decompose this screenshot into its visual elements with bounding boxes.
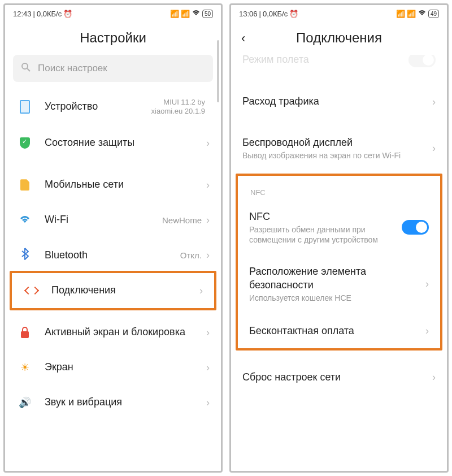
chevron-right-icon: › xyxy=(206,362,210,374)
chevron-right-icon: › xyxy=(432,142,436,154)
settings-item-wifi[interactable]: Wi-Fi NewHome › xyxy=(5,202,221,237)
chevron-right-icon: › xyxy=(206,214,210,226)
nfc-section: NFC NFC Разрешить обмен данными при совм… xyxy=(236,174,442,351)
settings-item-lockscreen[interactable]: Активный экран и блокировка › xyxy=(5,315,221,350)
connections-screen: 13:06 | 0,0КБ/с ⏰ 📶 📶 49 ‹ Подключения Р… xyxy=(229,3,449,473)
clock: 13:06 xyxy=(239,10,258,18)
battery-icon: 49 xyxy=(428,10,439,18)
settings-screen: 12:43 | 0,0КБ/с ⏰ 📶 📶 50 Настройки Поиск… xyxy=(3,3,223,473)
settings-item-contactless-pay[interactable]: Бесконтактная оплата › xyxy=(238,313,440,348)
page-title: ‹ Подключения xyxy=(231,22,447,55)
back-button[interactable]: ‹ xyxy=(241,31,245,46)
data-rate: 0,0КБ/с xyxy=(263,10,288,18)
chevron-right-icon: › xyxy=(206,249,210,261)
toggle-switch[interactable] xyxy=(408,55,436,67)
chevron-right-icon: › xyxy=(206,137,210,149)
status-bar: 12:43 | 0,0КБ/с ⏰ 📶 📶 50 xyxy=(5,5,221,22)
data-rate: 0,0КБ/с xyxy=(37,10,62,18)
settings-item-nfc[interactable]: NFC Разрешить обмен данными при совмещен… xyxy=(238,200,440,256)
shield-icon xyxy=(20,137,30,149)
chevron-right-icon: › xyxy=(199,285,203,297)
wifi-icon xyxy=(192,10,201,18)
settings-item-connections[interactable]: Подключения › xyxy=(12,273,214,308)
wifi-icon xyxy=(418,10,427,18)
search-icon xyxy=(21,62,31,75)
settings-item-bluetooth[interactable]: Bluetooth Откл. › xyxy=(5,237,221,273)
battery-icon: 50 xyxy=(202,10,213,18)
signal-icon: 📶 xyxy=(396,10,405,18)
chevron-right-icon: › xyxy=(206,397,210,409)
signal-icon: 📶 xyxy=(170,10,179,18)
settings-item-reset-network[interactable]: Сброс настроек сети › xyxy=(231,360,447,395)
signal-icon: 📶 xyxy=(407,10,416,18)
connection-icon xyxy=(25,284,38,297)
svg-line-1 xyxy=(27,68,30,71)
search-input[interactable]: Поиск настроек xyxy=(13,55,213,82)
settings-item-airplane[interactable]: Режим полета xyxy=(231,55,447,77)
settings-item-wireless-display[interactable]: Беспроводной дисплей Вывод изображения н… xyxy=(231,126,447,171)
page-title: Настройки xyxy=(5,22,221,55)
settings-item-display[interactable]: ☀ Экран › xyxy=(5,350,221,385)
clock: 12:43 xyxy=(13,10,32,18)
phone-icon xyxy=(20,100,30,114)
chevron-right-icon: › xyxy=(206,179,210,191)
chevron-right-icon: › xyxy=(425,278,429,290)
chevron-right-icon: › xyxy=(206,327,210,339)
alarm-icon: ⏰ xyxy=(63,10,72,18)
signal-icon: 📶 xyxy=(181,10,190,18)
alarm-icon: ⏰ xyxy=(289,10,298,18)
status-bar: 13:06 | 0,0КБ/с ⏰ 📶 📶 49 xyxy=(231,5,447,22)
chevron-right-icon: › xyxy=(432,371,436,383)
sun-icon: ☀ xyxy=(20,361,29,374)
sound-icon: 🔊 xyxy=(19,396,31,409)
settings-item-sound[interactable]: 🔊 Звук и вибрация › xyxy=(5,385,221,420)
sim-icon xyxy=(20,179,29,191)
chevron-right-icon: › xyxy=(432,96,436,108)
bluetooth-icon xyxy=(21,248,29,263)
wifi-icon xyxy=(19,214,31,227)
settings-item-device[interactable]: Устройство MIUI 11.2 by xiaomi.eu 20.1.9 xyxy=(5,88,221,126)
lock-icon xyxy=(21,331,29,338)
chevron-right-icon: › xyxy=(425,325,429,337)
svg-point-0 xyxy=(22,63,28,69)
settings-item-mobile[interactable]: Мобильные сети › xyxy=(5,167,221,202)
section-header-nfc: NFC xyxy=(238,179,440,200)
settings-item-data-usage[interactable]: Расход трафика › xyxy=(231,84,447,119)
toggle-switch[interactable] xyxy=(402,220,429,235)
settings-item-secure-element[interactable]: Расположение элемента безопасности Испол… xyxy=(238,255,440,313)
settings-item-security[interactable]: Состояние защиты › xyxy=(5,126,221,161)
